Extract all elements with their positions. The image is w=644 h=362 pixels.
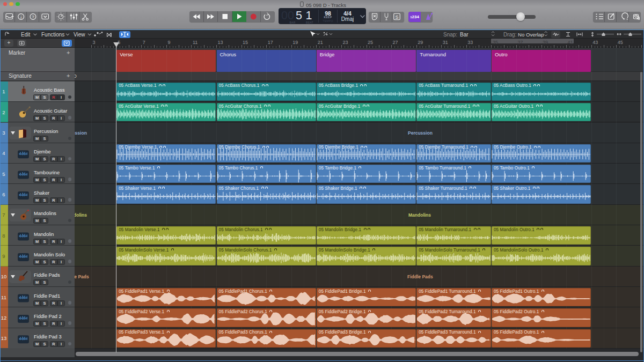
svg-text:i: i xyxy=(20,14,22,20)
svg-text:S: S xyxy=(395,14,398,20)
svg-text:?: ? xyxy=(32,14,34,19)
